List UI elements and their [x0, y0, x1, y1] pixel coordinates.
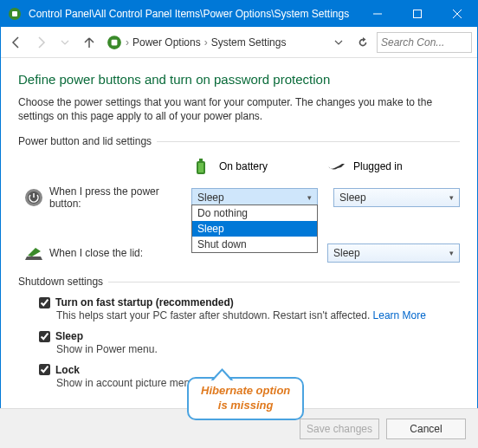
toolbar: › Power Options › System Settings [1, 27, 477, 58]
close-button[interactable] [437, 1, 477, 27]
battery-icon [191, 156, 212, 177]
power-options-icon [8, 7, 22, 21]
power-options-icon [107, 35, 122, 50]
lock-checkbox[interactable] [39, 364, 50, 375]
power-button-row: When I press the power button: Sleep▾ Sl… [18, 185, 460, 210]
forward-button[interactable] [30, 32, 51, 53]
svg-rect-1 [12, 11, 17, 16]
power-button-label: When I press the power button: [49, 185, 191, 210]
chevron-down-icon: ▾ [307, 193, 312, 202]
up-button[interactable] [79, 32, 100, 53]
fast-startup-checkbox[interactable] [39, 297, 50, 308]
page-description: Choose the power settings that you want … [18, 95, 460, 123]
svg-rect-9 [199, 159, 203, 161]
save-button[interactable]: Save changes [300, 419, 379, 439]
annotation-callout: Hibernate option is missing [187, 377, 304, 420]
section-power-button: Power button and lid settings [18, 135, 460, 147]
address-dropdown[interactable] [328, 32, 349, 53]
cancel-button[interactable]: Cancel [386, 419, 466, 439]
column-headers: On battery Plugged in [18, 156, 460, 177]
fast-startup-label: Turn on fast startup (recommended) [55, 296, 234, 308]
plugged-label: Plugged in [353, 160, 403, 172]
back-button[interactable] [6, 32, 27, 53]
svg-rect-3 [414, 10, 422, 18]
breadcrumb[interactable]: › Power Options › System Settings [103, 35, 325, 50]
laptop-lid-icon [23, 243, 44, 263]
learn-more-link[interactable]: Learn More [373, 309, 426, 321]
recent-dropdown[interactable] [55, 32, 75, 53]
chevron-right-icon[interactable]: › [203, 36, 210, 49]
page-title: Define power buttons and turn on passwor… [18, 72, 460, 87]
svg-rect-7 [112, 39, 118, 45]
chevron-down-icon: ▾ [449, 249, 454, 257]
section-shutdown: Shutdown settings [18, 276, 460, 288]
maximize-button[interactable] [397, 1, 437, 27]
dropdown-option[interactable]: Do nothing [192, 205, 317, 221]
chevron-right-icon[interactable]: › [124, 36, 131, 49]
minimize-button[interactable] [358, 1, 397, 27]
power-button-icon [23, 187, 44, 208]
dropdown-option[interactable]: Sleep [192, 221, 317, 237]
window-title: Control Panel\All Control Panel Items\Po… [29, 8, 358, 20]
dropdown-list[interactable]: Do nothing Sleep Shut down [191, 205, 318, 253]
chevron-down-icon: ▾ [449, 193, 454, 202]
search-input[interactable] [377, 32, 472, 53]
plug-icon [326, 156, 346, 177]
breadcrumb-item[interactable]: Power Options [132, 36, 201, 49]
dropdown-option[interactable]: Shut down [192, 237, 317, 252]
sleep-label: Sleep [55, 330, 83, 342]
fast-startup-item: Turn on fast startup (recommended) This … [39, 296, 460, 323]
lid-plugged-combo[interactable]: Sleep▾ [327, 243, 460, 263]
svg-rect-10 [198, 163, 203, 172]
sleep-item: Sleep Show in Power menu. [39, 330, 460, 357]
power-button-plugged-combo[interactable]: Sleep▾ [333, 188, 460, 207]
lid-label: When I close the lid: [49, 247, 191, 259]
refresh-button[interactable] [352, 32, 373, 53]
lock-label: Lock [55, 364, 80, 376]
sleep-checkbox[interactable] [39, 331, 50, 342]
titlebar: Control Panel\All Control Panel Items\Po… [1, 1, 477, 27]
content: Define power buttons and turn on passwor… [1, 58, 477, 406]
battery-label: On battery [219, 160, 268, 172]
breadcrumb-item[interactable]: System Settings [211, 36, 287, 49]
